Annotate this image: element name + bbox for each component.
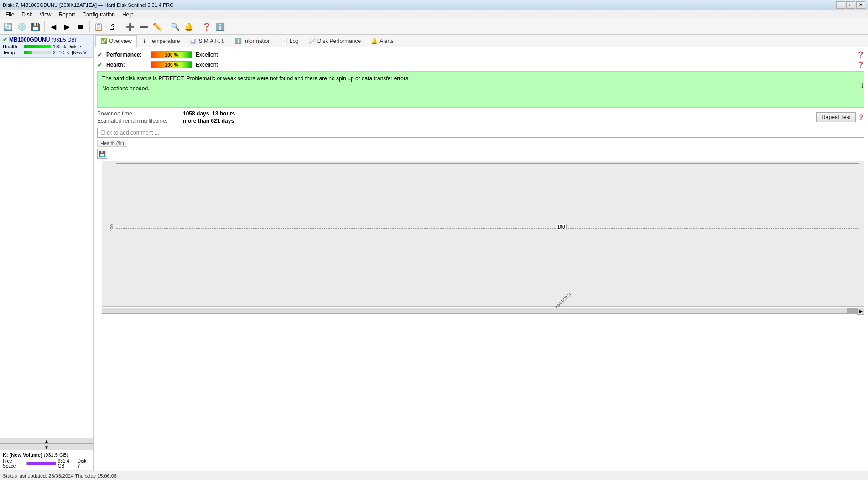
tab-smart[interactable]: 📊 S.M.A.R.T. [185, 35, 229, 47]
volume-free-label: Free Space [3, 459, 25, 469]
sidebar-scroll-up[interactable]: ▲ [0, 438, 93, 444]
overview-content: ✔ Performance: 100 % Excellent ❓ ✔ Healt… [94, 47, 868, 471]
volume-item[interactable]: K: [New Volume] (931.5 GB) Free Space 93… [0, 450, 93, 471]
menu-disk[interactable]: Disk [18, 10, 36, 19]
chart-toolbar: 💾 [97, 149, 864, 159]
diskperformance-icon: 📈 [309, 38, 316, 44]
health-label: Health: [3, 44, 22, 49]
close-button[interactable]: ✕ [856, 1, 865, 9]
maximize-button[interactable]: □ [846, 1, 855, 9]
status-bar-text: Status last updated: 28/03/2024 Thursday… [3, 473, 117, 479]
menu-file[interactable]: File [2, 10, 18, 19]
information-icon: ℹ️ [235, 38, 242, 44]
alerts-icon: 🔔 [371, 38, 378, 44]
toolbar-stop[interactable]: ⏹ [74, 21, 87, 33]
comment-placeholder: Click to add comment ... [100, 130, 159, 136]
toolbar-sep1 [44, 21, 45, 32]
menu-configuration[interactable]: Configuration [79, 10, 119, 19]
health-value: 100 % [53, 44, 66, 49]
volume-free-row: Free Space 931.4 GB Disk: 7 [3, 459, 90, 469]
tab-log[interactable]: 📄 Log [276, 35, 304, 47]
toolbar-alert[interactable]: 🔔 [182, 21, 195, 33]
tab-temperature[interactable]: 🌡 Temperature [137, 35, 185, 47]
toolbar-add[interactable]: ➕ [124, 21, 136, 33]
toolbar-edit[interactable]: ✏️ [151, 21, 164, 33]
volume-label-short: K: [New V [66, 50, 86, 55]
chart-container: 100 100 28/03/2024 [102, 161, 864, 307]
toolbar-back[interactable]: ◀ [47, 21, 60, 33]
chart-label-row: Health (%) [97, 140, 864, 147]
remaining-value: more than 621 days [183, 118, 234, 124]
toolbar-forward[interactable]: ▶ [61, 21, 73, 33]
tab-alerts[interactable]: 🔔 Alerts [366, 35, 399, 47]
action-message: No actions needed. [102, 85, 859, 92]
chart-save-icon[interactable]: 💾 [97, 149, 107, 159]
remaining-row: Estimated remaining lifetime: more than … [97, 118, 235, 124]
health-check-icon: ✔ [97, 61, 103, 68]
disk-item[interactable]: ✔ MB1000GDUNU (931.5 GB) Health: 100 % D… [0, 35, 93, 58]
toolbar-print[interactable]: 🖨 [106, 21, 119, 33]
power-on-row: Power on time: 1058 days, 13 hours [97, 110, 235, 117]
chart-scrollbar-row: ▶ [102, 308, 864, 315]
temperature-icon: 🌡 [142, 38, 147, 44]
disk-stats: Health: 100 % Disk: 7 Temp: 24 °C K: [Ne… [3, 44, 90, 55]
health-help-icon[interactable]: ❓ [857, 61, 864, 68]
chart-label: Health (%) [97, 140, 127, 147]
tab-bar: ✅ Overview 🌡 Temperature 📊 S.M.A.R.T. ℹ️… [94, 35, 868, 47]
tab-log-label: Log [290, 38, 299, 44]
temp-value: 24 °C [53, 50, 64, 55]
toolbar-sep2 [89, 21, 90, 32]
sidebar-scroll-down[interactable]: ▼ [0, 444, 93, 450]
toolbar-refresh[interactable]: 🔄 [2, 21, 15, 33]
disk-num: Disk: 7 [68, 44, 82, 49]
volume-name: K: [New Volume] [3, 452, 42, 458]
performance-status: Excellent [196, 52, 218, 58]
status-message: The hard disk status is PERFECT. Problem… [102, 75, 859, 82]
status-panel-info-icon: ℹ [861, 83, 863, 89]
temp-stat-row: Temp: 24 °C K: [New V [3, 50, 90, 55]
menu-help[interactable]: Help [119, 10, 137, 19]
chart-inner: 100 28/03/2024 [116, 163, 859, 292]
toolbar-sep3 [121, 21, 121, 32]
performance-help-icon[interactable]: ❓ [857, 51, 864, 58]
repeat-test-section: Repeat Test ❓ [816, 112, 864, 122]
toolbar-question[interactable]: ❓ [200, 21, 213, 33]
info-section: Power on time: 1058 days, 13 hours Estim… [97, 110, 235, 125]
minimize-button[interactable]: _ [836, 1, 845, 9]
toolbar-remove[interactable]: ➖ [137, 21, 150, 33]
temp-bar-container [24, 51, 51, 54]
check-icon: ✔ [3, 37, 7, 43]
volume-size: (931.5 GB) [44, 452, 68, 458]
repeat-test-button[interactable]: Repeat Test [816, 112, 856, 122]
tab-smart-label: S.M.A.R.T. [198, 38, 224, 44]
power-on-value: 1058 days, 13 hours [183, 110, 235, 117]
toolbar: 🔄 💿 💾 ◀ ▶ ⏹ 📋 🖨 ➕ ➖ ✏️ 🔍 🔔 ❓ ℹ️ [0, 19, 868, 35]
toolbar-disk[interactable]: 💿 [16, 21, 28, 33]
comment-box[interactable]: Click to add comment ... [97, 128, 864, 138]
toolbar-copy[interactable]: 📋 [92, 21, 105, 33]
health-status: Excellent [196, 62, 218, 68]
toolbar-save[interactable]: 💾 [29, 21, 42, 33]
chart-date-label: 28/03/2024 [554, 292, 572, 310]
tab-temperature-label: Temperature [149, 38, 180, 44]
toolbar-scan[interactable]: 🔍 [169, 21, 182, 33]
tab-overview[interactable]: ✅ Overview [95, 35, 137, 47]
performance-bar-text: 100 % [151, 52, 192, 58]
toolbar-info[interactable]: ℹ️ [214, 21, 227, 33]
chart-horizontal-line [116, 228, 859, 229]
power-on-label: Power on time: [97, 110, 179, 117]
tab-alerts-label: Alerts [379, 38, 394, 44]
sidebar-spacer [0, 58, 93, 438]
volume-title: K: [New Volume] (931.5 GB) [3, 452, 90, 458]
tab-diskperformance[interactable]: 📈 Disk Performance [304, 35, 366, 47]
repeat-test-help-icon[interactable]: ❓ [858, 114, 864, 120]
performance-check-icon: ✔ [97, 51, 103, 58]
tab-information[interactable]: ℹ️ Information [230, 35, 276, 47]
menu-view[interactable]: View [36, 10, 55, 19]
scroll-right-btn[interactable]: ▶ [857, 308, 864, 315]
disk-item-title: ✔ MB1000GDUNU (931.5 GB) [3, 37, 90, 43]
disk-name: MB1000GDUNU [9, 37, 50, 43]
sidebar: ✔ MB1000GDUNU (931.5 GB) Health: 100 % D… [0, 35, 94, 471]
chart-scrollbar[interactable] [102, 308, 857, 314]
menu-report[interactable]: Report [55, 10, 78, 19]
